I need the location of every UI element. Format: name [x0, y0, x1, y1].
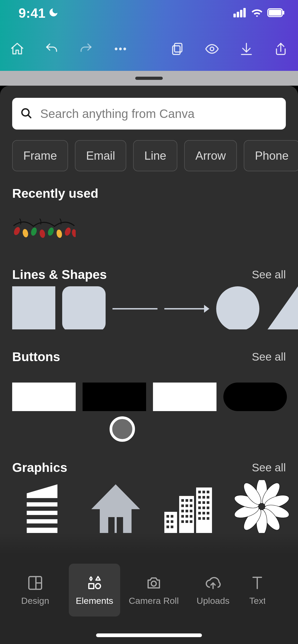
svg-rect-73 [207, 517, 209, 520]
svg-rect-0 [233, 14, 236, 17]
svg-point-18 [39, 229, 46, 238]
svg-rect-54 [186, 520, 188, 523]
nav-design[interactable]: Design [10, 564, 61, 617]
nav-label: Text [249, 596, 265, 606]
svg-point-12 [210, 47, 214, 51]
element-graphic-flower[interactable] [231, 480, 292, 533]
svg-rect-11 [173, 46, 180, 54]
editor-toolbar [0, 32, 298, 66]
svg-rect-1 [237, 12, 239, 17]
svg-rect-6 [283, 11, 285, 15]
element-string-lights[interactable] [12, 215, 76, 247]
chip-email[interactable]: Email [75, 140, 126, 171]
element-graphic-city[interactable] [158, 480, 219, 533]
share-button[interactable] [264, 38, 298, 59]
element-square[interactable] [12, 286, 55, 329]
svg-rect-25 [27, 498, 57, 502]
svg-rect-52 [190, 515, 192, 518]
svg-rect-67 [207, 507, 209, 509]
element-line[interactable] [112, 286, 157, 329]
svg-rect-62 [198, 501, 201, 504]
redo-button[interactable] [69, 38, 103, 59]
svg-point-8 [119, 48, 122, 50]
nav-label: Design [21, 596, 49, 606]
shapes-row [0, 282, 298, 329]
svg-rect-70 [207, 512, 209, 514]
see-all-graphics[interactable]: See all [252, 461, 286, 474]
svg-rect-63 [202, 501, 205, 504]
undo-button[interactable] [34, 38, 69, 59]
element-circle[interactable] [216, 286, 259, 329]
chip-phone[interactable]: Phone [244, 140, 298, 171]
see-all-lines[interactable]: See all [252, 268, 286, 281]
see-all-buttons[interactable]: See all [252, 351, 286, 363]
element-button-black-pill[interactable] [223, 383, 287, 411]
chip-arrow[interactable]: Arrow [184, 140, 237, 171]
status-time: 9:41 [19, 6, 46, 21]
preview-button[interactable] [195, 38, 229, 59]
nav-elements[interactable]: Elements [69, 564, 120, 617]
svg-rect-43 [190, 499, 192, 502]
elements-sheet: Frame Email Line Arrow Phone Instagram R… [0, 86, 298, 644]
element-button-white-rect[interactable] [12, 383, 76, 411]
sheet-grabber[interactable] [135, 77, 163, 80]
element-arrow[interactable] [164, 286, 209, 329]
status-bar: 9:41 [0, 0, 298, 26]
svg-rect-72 [202, 517, 205, 520]
svg-rect-26 [27, 507, 57, 511]
section-title-lines: Lines & Shapes [12, 267, 107, 282]
svg-rect-61 [207, 496, 209, 499]
svg-point-22 [71, 229, 76, 237]
svg-rect-38 [171, 520, 173, 523]
element-button-white-rect-2[interactable] [153, 383, 216, 411]
svg-rect-57 [202, 491, 205, 493]
nav-uploads[interactable]: Uploads [187, 564, 239, 617]
element-rounded-square[interactable] [62, 286, 105, 329]
element-button-black-rect[interactable] [83, 383, 146, 411]
svg-point-89 [151, 581, 156, 586]
chip-line[interactable]: Line [133, 140, 177, 171]
nav-camera-roll[interactable]: Camera Roll [128, 564, 179, 617]
svg-rect-47 [181, 510, 184, 512]
svg-rect-87 [89, 583, 94, 588]
svg-rect-28 [27, 523, 57, 528]
home-button[interactable] [0, 38, 34, 59]
svg-point-88 [96, 583, 101, 588]
svg-rect-10 [174, 43, 182, 52]
wifi-icon [251, 7, 263, 20]
svg-rect-60 [202, 496, 205, 499]
element-graphic-building-1[interactable] [12, 480, 73, 533]
element-graphic-house[interactable] [85, 480, 146, 533]
pages-button[interactable] [160, 38, 195, 59]
chip-frame[interactable]: Frame [12, 140, 68, 171]
search-field[interactable] [12, 98, 286, 130]
element-button-more[interactable] [294, 383, 298, 411]
search-input[interactable] [40, 107, 278, 121]
svg-rect-66 [202, 507, 205, 509]
svg-rect-64 [207, 501, 209, 504]
svg-point-9 [123, 48, 126, 50]
more-button[interactable] [103, 38, 138, 59]
svg-rect-5 [269, 10, 282, 16]
svg-rect-34 [196, 487, 212, 533]
svg-rect-50 [181, 515, 184, 518]
svg-rect-59 [198, 496, 201, 499]
section-title-buttons: Buttons [12, 349, 60, 364]
nav-text[interactable]: Text [247, 564, 268, 617]
svg-rect-2 [240, 10, 242, 17]
svg-line-14 [28, 115, 31, 118]
svg-rect-27 [27, 515, 57, 519]
home-indicator[interactable] [96, 633, 202, 637]
svg-rect-42 [186, 499, 188, 502]
svg-rect-53 [181, 520, 184, 523]
svg-rect-41 [181, 499, 184, 502]
svg-rect-71 [198, 517, 201, 520]
svg-rect-49 [190, 510, 192, 512]
battery-icon [267, 8, 285, 18]
app-header: 9:41 [0, 0, 298, 71]
svg-point-16 [22, 228, 29, 238]
download-button[interactable] [229, 38, 264, 59]
element-triangle[interactable] [266, 286, 298, 329]
svg-rect-65 [198, 507, 201, 509]
svg-rect-40 [171, 526, 173, 528]
